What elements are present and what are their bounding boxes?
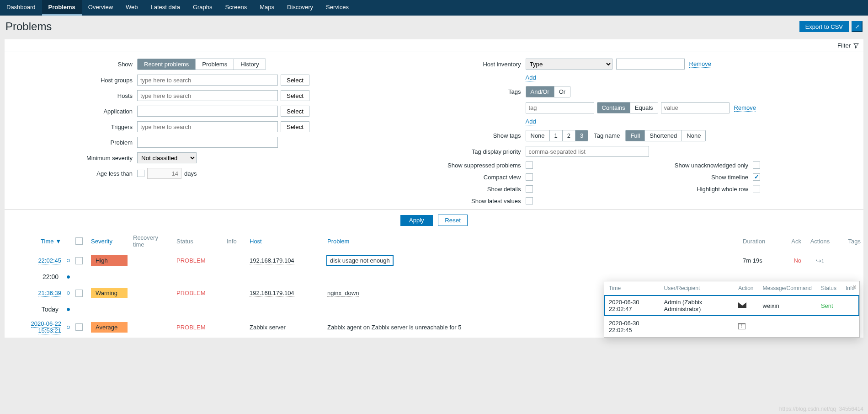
triggers-input[interactable] bbox=[137, 121, 278, 132]
hosts-select[interactable]: Select bbox=[281, 90, 309, 101]
minsev-select[interactable]: Not classified bbox=[137, 152, 197, 163]
hostinv-add[interactable]: Add bbox=[526, 74, 536, 81]
page-header: Problems Export to CSV ⤢ bbox=[0, 16, 868, 39]
row-chk[interactable] bbox=[75, 323, 83, 331]
tag-op[interactable]: Contains Equals bbox=[597, 102, 658, 113]
unack-chk[interactable] bbox=[753, 161, 760, 169]
tag-remove[interactable]: Remove bbox=[734, 104, 756, 112]
nav-web[interactable]: Web bbox=[119, 0, 144, 16]
tagprio-label: Tag display priority bbox=[434, 148, 526, 155]
details-chk[interactable] bbox=[526, 185, 533, 193]
suppressed-chk[interactable] bbox=[526, 161, 533, 169]
col-host[interactable]: Host bbox=[247, 231, 325, 252]
compact-label: Compact view bbox=[434, 174, 526, 181]
age-checkbox[interactable] bbox=[137, 170, 144, 177]
hostinv-type[interactable]: Type bbox=[526, 59, 612, 70]
puser: Admin (Zabbix Administrator) bbox=[660, 295, 734, 316]
pmsg: weixin bbox=[758, 295, 816, 316]
nav-problems[interactable]: Problems bbox=[42, 0, 82, 16]
table-row: 22:02:45 High PROBLEM 192.168.179.104 di… bbox=[5, 252, 863, 269]
fullscreen-button[interactable]: ⤢ bbox=[852, 21, 863, 32]
tagname-full[interactable]: Full bbox=[626, 130, 645, 141]
host-link[interactable]: 192.168.179.104 bbox=[250, 257, 294, 264]
nav-maps[interactable]: Maps bbox=[253, 0, 281, 16]
hostinv-value[interactable] bbox=[616, 59, 685, 70]
show-history[interactable]: History bbox=[234, 59, 265, 70]
hostinv-label: Host inventory bbox=[434, 61, 526, 68]
compact-chk[interactable] bbox=[526, 173, 533, 181]
pcol-time: Time bbox=[604, 281, 660, 295]
application-input[interactable] bbox=[137, 106, 278, 117]
row-chk[interactable] bbox=[75, 257, 83, 264]
show-label: Show bbox=[5, 61, 137, 68]
popup-row: 2020-06-30 22:02:45 bbox=[604, 316, 859, 337]
severity-badge: High bbox=[91, 255, 128, 266]
latest-chk[interactable] bbox=[526, 197, 533, 204]
export-csv-button[interactable]: Export to CSV bbox=[799, 21, 849, 32]
tag-value-input[interactable] bbox=[661, 102, 730, 113]
tagname-short[interactable]: Shortened bbox=[645, 130, 682, 141]
tagprio-input[interactable] bbox=[526, 146, 649, 157]
show-problems[interactable]: Problems bbox=[196, 59, 234, 70]
nav-latest-data[interactable]: Latest data bbox=[144, 0, 186, 16]
age-input[interactable] bbox=[147, 168, 181, 179]
hostgroups-select[interactable]: Select bbox=[281, 75, 309, 86]
select-all-chk[interactable] bbox=[75, 237, 83, 245]
popup-close-icon[interactable]: × bbox=[852, 283, 857, 291]
tagname-radio[interactable]: Full Shortened None bbox=[625, 130, 706, 141]
nav-discovery[interactable]: Discovery bbox=[281, 0, 320, 16]
show-radio[interactable]: Recent problems Problems History bbox=[137, 59, 266, 70]
tags-mode[interactable]: And/Or Or bbox=[526, 86, 571, 97]
hostinv-remove[interactable]: Remove bbox=[689, 60, 711, 68]
tag-name-input[interactable] bbox=[526, 102, 594, 113]
status: PROBLEM bbox=[176, 257, 206, 264]
age-label: Age less than bbox=[5, 170, 137, 177]
tag-equals[interactable]: Equals bbox=[630, 102, 658, 113]
col-time[interactable]: Time ▼ bbox=[5, 231, 64, 252]
col-problem[interactable]: Problem bbox=[325, 231, 740, 252]
host-link[interactable]: 192.168.179.104 bbox=[250, 290, 294, 297]
showtags-none[interactable]: None bbox=[526, 130, 550, 141]
row-time[interactable]: 21:36:39 bbox=[38, 290, 61, 297]
nav-overview[interactable]: Overview bbox=[82, 0, 119, 16]
tagname-none[interactable]: None bbox=[682, 130, 705, 141]
mail-icon bbox=[738, 302, 746, 308]
nav-graphs[interactable]: Graphs bbox=[186, 0, 219, 16]
showtags-1[interactable]: 1 bbox=[550, 130, 563, 141]
top-nav: Dashboard Problems Overview Web Latest d… bbox=[0, 0, 868, 16]
reset-button[interactable]: Reset bbox=[438, 215, 468, 226]
pcol-user: User/Recipient bbox=[660, 281, 734, 295]
row-chk[interactable] bbox=[75, 290, 83, 297]
show-recent[interactable]: Recent problems bbox=[138, 59, 196, 70]
hostgroups-label: Host groups bbox=[5, 77, 137, 84]
tags-or[interactable]: Or bbox=[554, 86, 570, 97]
ack-link[interactable]: No bbox=[793, 257, 801, 264]
application-select[interactable]: Select bbox=[281, 106, 309, 117]
tags-label: Tags bbox=[434, 88, 526, 95]
hostgroups-input[interactable] bbox=[137, 75, 278, 86]
showtags-radio[interactable]: None 1 2 3 bbox=[526, 130, 589, 141]
col-severity[interactable]: Severity bbox=[88, 231, 130, 252]
problem-cell[interactable]: disk usage not enough bbox=[325, 252, 740, 269]
action-icon[interactable]: 1 bbox=[816, 258, 824, 264]
showtags-2[interactable]: 2 bbox=[563, 130, 575, 141]
problem-input[interactable] bbox=[137, 137, 278, 148]
age-unit: days bbox=[184, 170, 197, 177]
showtags-3[interactable]: 3 bbox=[575, 130, 588, 141]
host-link[interactable]: Zabbix server bbox=[250, 324, 286, 331]
hosts-input[interactable] bbox=[137, 90, 278, 101]
tag-contains[interactable]: Contains bbox=[597, 102, 630, 113]
nav-dashboard[interactable]: Dashboard bbox=[0, 0, 42, 16]
row-time[interactable]: 22:02:45 bbox=[38, 257, 61, 264]
actions-popup: × Time User/Recipient Action Message/Com… bbox=[604, 281, 860, 338]
triggers-select[interactable]: Select bbox=[281, 121, 309, 132]
nav-screens[interactable]: Screens bbox=[219, 0, 254, 16]
apply-button[interactable]: Apply bbox=[400, 215, 433, 226]
tags-andor[interactable]: And/Or bbox=[526, 86, 554, 97]
row-time[interactable]: 2020-06-22 15:53:21 bbox=[31, 320, 62, 334]
tag-add[interactable]: Add bbox=[526, 118, 536, 125]
timeline-chk[interactable] bbox=[753, 173, 760, 181]
nav-services[interactable]: Services bbox=[320, 0, 355, 16]
highlight-label: Highlight whole row bbox=[697, 186, 748, 193]
filter-toggle[interactable]: Filter bbox=[837, 42, 859, 49]
